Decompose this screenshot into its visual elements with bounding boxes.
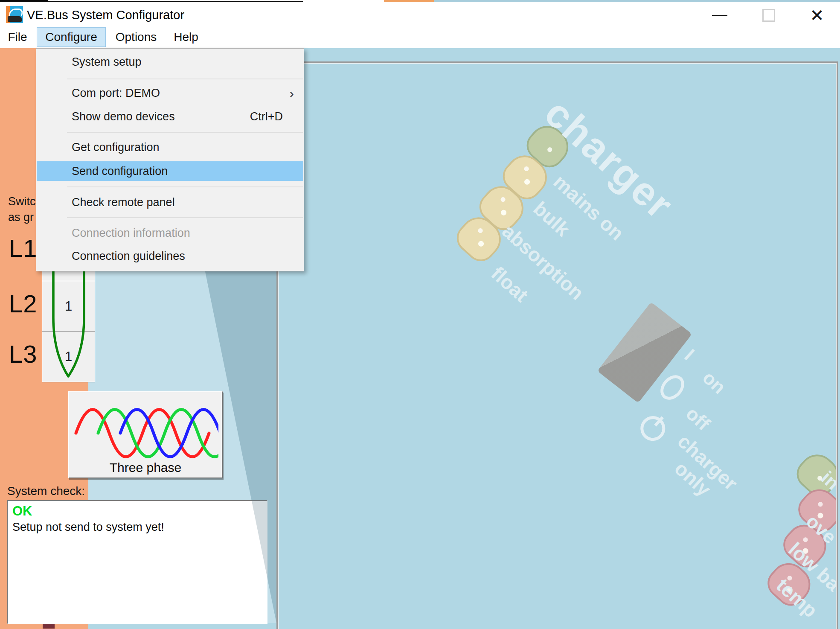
system-check-message: Setup not send to system yet! (12, 521, 164, 534)
menubar-item-options[interactable]: Options (112, 27, 160, 47)
menubar-item-help[interactable]: Help (169, 27, 203, 47)
power-symbol-icon (639, 409, 670, 440)
menu-item-send-configuration[interactable]: Send configuration (37, 161, 303, 181)
clipped-caption-line2: as gr (8, 211, 34, 224)
system-canvas[interactable]: charger mains on bulk absorption float I… (276, 61, 838, 629)
close-icon: ✕ (810, 7, 824, 24)
close-button[interactable]: ✕ (797, 4, 837, 26)
phase-label-l1: L1 (9, 234, 38, 262)
minimize-button[interactable] (700, 4, 740, 26)
system-check-box: OK Setup not send to system yet! (7, 500, 267, 624)
phase-device-count-l3[interactable]: 1 (42, 332, 95, 381)
submenu-arrow-icon: › (289, 82, 294, 105)
menu-item-check-remote-panel[interactable]: Check remote panel (37, 191, 303, 214)
three-phase-button[interactable]: Three phase (68, 391, 223, 478)
menu-item-show-demo-devices[interactable]: Show demo devices Ctrl+D (37, 105, 303, 128)
bottom-left-artifact (43, 624, 55, 629)
maximize-button[interactable] (749, 4, 789, 26)
minimize-icon (712, 15, 727, 16)
watermark-switch-on-label: on (698, 367, 730, 398)
watermark-label-float: float (487, 262, 533, 306)
menubar-item-file[interactable]: File (5, 27, 30, 47)
menu-separator (67, 217, 303, 218)
menubar-item-configure[interactable]: Configure (37, 27, 106, 47)
three-phase-waves-icon (73, 396, 218, 460)
off-symbol-icon (656, 370, 689, 405)
system-check-status: OK (12, 504, 32, 519)
menu-item-system-setup[interactable]: System setup (37, 50, 303, 74)
menu-item-show-demo-devices-label: Show demo devices (72, 110, 175, 123)
menu-item-connection-information: Connection information (37, 221, 303, 245)
window-title: VE.Bus System Configurator (27, 4, 184, 26)
maximize-icon (762, 9, 775, 22)
title-bar: VE.Bus System Configurator ✕ (0, 2, 840, 26)
menu-separator (67, 186, 303, 187)
menu-item-com-port-label: Com port: DEMO (72, 87, 160, 99)
system-canvas-surface: charger mains on bulk absorption float I… (278, 63, 837, 629)
watermark-switch-on-symbol: I (680, 345, 699, 364)
app-icon (6, 6, 23, 23)
system-check-label: System check: (7, 484, 85, 498)
phase-label-l2: L2 (9, 289, 38, 318)
phase-label-l3: L3 (9, 340, 38, 368)
menu-separator (67, 132, 303, 133)
three-phase-button-label: Three phase (69, 460, 222, 475)
clipped-caption-line1: Switc (8, 195, 36, 208)
phase-device-count-l2[interactable]: 1 (42, 281, 95, 332)
menu-item-connection-guidelines[interactable]: Connection guidelines (37, 245, 303, 268)
menu-item-com-port[interactable]: Com port: DEMO › (37, 82, 303, 105)
menu-separator (67, 79, 303, 79)
configure-menu: System setup Com port: DEMO › Show demo … (36, 48, 304, 271)
menu-shortcut-ctrl-d: Ctrl+D (250, 105, 283, 128)
menu-item-get-configuration[interactable]: Get configuration (37, 136, 303, 159)
menu-bar: File Configure Options Help (0, 26, 840, 48)
watermark-charger-only-label: charger only (655, 427, 745, 514)
app-window: VE.Bus System Configurator ✕ File Config… (0, 0, 840, 629)
